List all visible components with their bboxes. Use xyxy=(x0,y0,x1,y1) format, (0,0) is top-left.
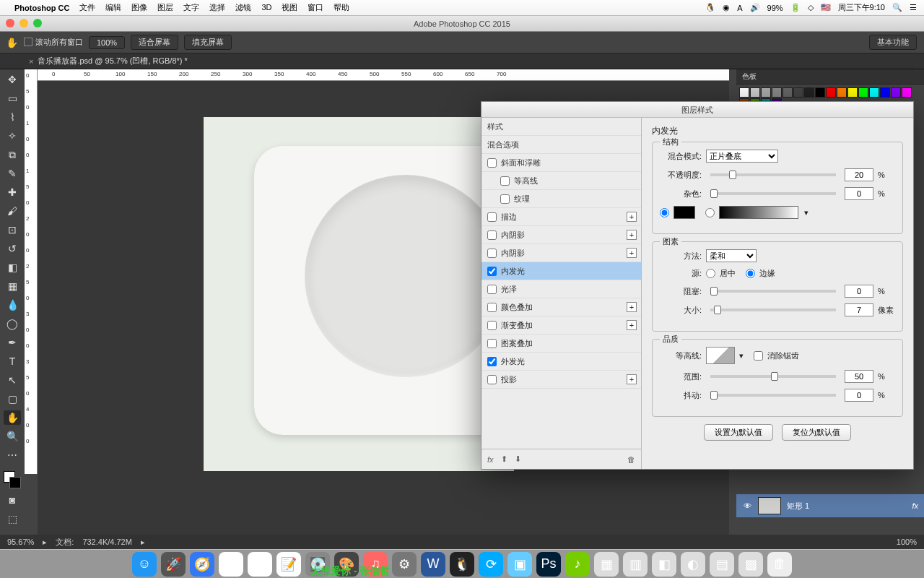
source-edge-radio[interactable] xyxy=(746,269,755,278)
swatch[interactable] xyxy=(869,87,879,98)
swatch[interactable] xyxy=(750,87,760,98)
menu-文字[interactable]: 文字 xyxy=(183,3,199,12)
type-tool[interactable]: T xyxy=(4,354,21,368)
dock-app[interactable]: ▥ xyxy=(623,552,648,577)
wifi-icon[interactable]: ◇ xyxy=(808,3,814,12)
shape-tool[interactable]: ▢ xyxy=(4,392,21,406)
dock-app[interactable]: W xyxy=(421,552,445,577)
up-icon[interactable]: ⬆ xyxy=(501,454,507,464)
flag-icon[interactable]: 🇺🇸 xyxy=(821,3,831,12)
gradient-tool[interactable]: ▦ xyxy=(4,279,21,293)
dock-app[interactable]: ▤ xyxy=(710,552,734,577)
eraser-tool[interactable]: ◧ xyxy=(4,260,21,275)
jitter-slider[interactable] xyxy=(710,394,836,397)
battery-icon[interactable]: 🔋 xyxy=(790,3,801,12)
cc-icon[interactable]: ◉ xyxy=(723,3,730,12)
swatch[interactable] xyxy=(902,87,912,98)
menu-文件[interactable]: 文件 xyxy=(79,3,95,12)
add-effect-icon[interactable]: + xyxy=(627,248,637,258)
adobe-icon[interactable]: A xyxy=(737,4,742,12)
dock-app[interactable]: ⚙ xyxy=(392,552,417,577)
glow-color[interactable] xyxy=(674,206,695,219)
dock-app[interactable]: 27 xyxy=(248,552,272,577)
dock-app[interactable]: ▩ xyxy=(738,552,763,577)
glow-gradient[interactable] xyxy=(719,206,798,219)
document-tab[interactable]: 音乐播放器.psd @ 95.7% (凹槽, RGB/8*) * xyxy=(38,56,187,66)
color-swatches[interactable] xyxy=(4,471,21,488)
dock-app[interactable]: 🐧 xyxy=(450,552,474,577)
style-item[interactable]: 等高线 xyxy=(481,172,641,190)
scroll-all-windows[interactable]: 滚动所有窗口 xyxy=(24,37,83,48)
swatch[interactable] xyxy=(739,87,749,98)
marquee-tool[interactable]: ▭ xyxy=(4,91,21,105)
minimize-button[interactable] xyxy=(19,19,28,27)
add-effect-icon[interactable]: + xyxy=(627,302,637,312)
noise-slider[interactable] xyxy=(710,192,836,195)
edit-toolbar[interactable]: ⋯ xyxy=(4,448,21,462)
style-item[interactable]: 光泽 xyxy=(481,280,641,298)
add-effect-icon[interactable]: + xyxy=(627,230,637,240)
status-zoom[interactable]: 95.67% xyxy=(7,538,34,546)
dock-app[interactable]: 🚀 xyxy=(161,552,186,577)
dodge-tool[interactable]: ◯ xyxy=(4,316,21,331)
hand-tool[interactable]: ✋ xyxy=(4,410,21,425)
color-radio[interactable] xyxy=(660,208,669,217)
style-item[interactable]: 图案叠加 xyxy=(481,335,641,353)
lasso-tool[interactable]: ⌇ xyxy=(4,110,21,124)
style-item[interactable]: 颜色叠加+ xyxy=(481,298,641,316)
trash-icon[interactable]: 🗑 xyxy=(627,455,635,464)
swatches-header[interactable]: 色板 xyxy=(736,69,924,85)
swatch[interactable] xyxy=(804,87,814,98)
close-button[interactable] xyxy=(6,19,14,27)
layer-thumb[interactable] xyxy=(758,497,781,514)
fill-screen-button[interactable]: 填充屏幕 xyxy=(184,35,232,50)
vertical-ruler[interactable]: 050100150200250300350400 xyxy=(25,69,38,474)
menu-icon[interactable]: ☰ xyxy=(910,3,917,12)
dock-app[interactable]: ◐ xyxy=(681,552,705,577)
menu-3D[interactable]: 3D xyxy=(261,3,271,12)
swatch[interactable] xyxy=(847,87,858,98)
swatch[interactable] xyxy=(793,87,803,98)
healing-tool[interactable]: ✚ xyxy=(4,185,21,199)
penguin-icon[interactable]: 🐧 xyxy=(705,3,715,12)
dock-app[interactable]: ⟳ xyxy=(479,552,503,577)
opacity-input[interactable] xyxy=(845,168,873,181)
swatch[interactable] xyxy=(826,87,836,98)
swatch[interactable] xyxy=(761,87,771,98)
menu-图像[interactable]: 图像 xyxy=(131,3,147,12)
menu-视图[interactable]: 视图 xyxy=(282,3,297,12)
dock-app[interactable]: 🗑 xyxy=(767,552,792,577)
path-tool[interactable]: ↖ xyxy=(4,373,21,387)
size-slider[interactable] xyxy=(710,309,836,311)
blend-options-row[interactable]: 混合选项 xyxy=(481,136,641,154)
source-center-radio[interactable] xyxy=(706,269,715,278)
volume-icon[interactable]: 🔊 xyxy=(750,3,760,12)
add-effect-icon[interactable]: + xyxy=(627,320,637,330)
crop-tool[interactable]: ⧉ xyxy=(4,147,21,162)
app-name[interactable]: Photoshop CC xyxy=(14,4,69,12)
reset-default-button[interactable]: 复位为默认值 xyxy=(782,424,851,441)
jitter-input[interactable] xyxy=(845,389,873,402)
noise-input[interactable] xyxy=(845,187,873,200)
workspace-switcher[interactable]: 基本功能 xyxy=(869,35,917,50)
size-input[interactable] xyxy=(845,303,873,316)
search-icon[interactable]: 🔍 xyxy=(892,3,902,12)
technique-select[interactable]: 柔和 xyxy=(706,249,757,262)
screenmode-tool[interactable]: ⬚ xyxy=(4,512,21,526)
pen-tool[interactable]: ✒ xyxy=(4,335,21,350)
tab-close-icon[interactable]: × xyxy=(29,57,33,66)
dock-app[interactable]: Ps xyxy=(536,552,561,577)
range-input[interactable] xyxy=(845,370,873,383)
style-item[interactable]: 内发光 xyxy=(481,262,641,280)
choke-input[interactable] xyxy=(845,285,873,298)
style-item[interactable]: 内阴影+ xyxy=(481,226,641,244)
opacity-slider[interactable] xyxy=(710,173,836,176)
dock-app[interactable]: ◧ xyxy=(652,552,676,577)
add-effect-icon[interactable]: + xyxy=(627,374,637,384)
dock-app[interactable]: ▣ xyxy=(507,552,532,577)
swatch[interactable] xyxy=(891,87,901,98)
stamp-tool[interactable]: ⊡ xyxy=(4,223,21,237)
style-item[interactable]: 渐变叠加+ xyxy=(481,316,641,335)
dock-app[interactable]: ▦ xyxy=(594,552,619,577)
down-icon[interactable]: ⬇ xyxy=(515,454,521,464)
